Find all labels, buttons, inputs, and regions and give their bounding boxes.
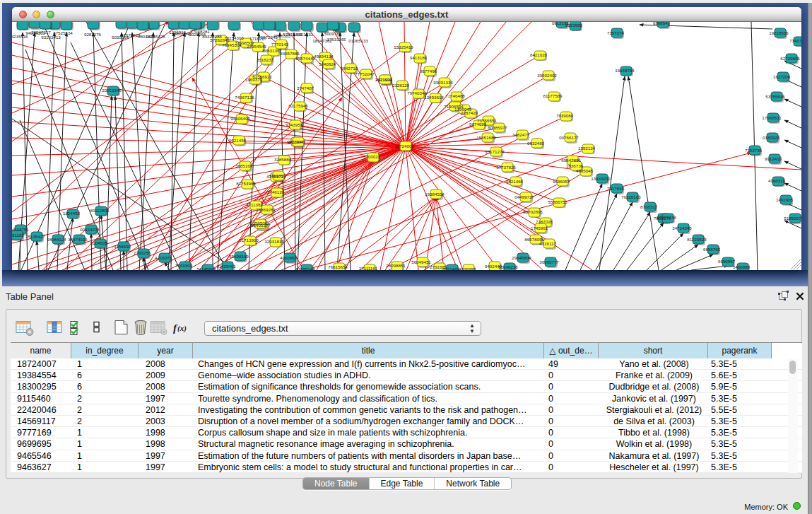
svg-text:16648784: 16648784 bbox=[615, 68, 635, 73]
svg-text:9821465: 9821465 bbox=[506, 179, 524, 184]
svg-text:4005045: 4005045 bbox=[576, 168, 594, 173]
svg-text:74367136: 74367136 bbox=[235, 95, 254, 100]
svg-text:04499727: 04499727 bbox=[514, 194, 534, 199]
svg-text:55886753: 55886753 bbox=[548, 199, 567, 204]
svg-text:15325419: 15325419 bbox=[394, 45, 413, 49]
svg-text:60385977: 60385977 bbox=[488, 125, 507, 130]
svg-text:1627204: 1627204 bbox=[773, 74, 791, 79]
svg-text:77752047: 77752047 bbox=[355, 71, 375, 76]
svg-text:82175946: 82175946 bbox=[288, 103, 308, 108]
svg-text:19218506: 19218506 bbox=[769, 30, 789, 35]
svg-text:18724007: 18724007 bbox=[394, 144, 414, 148]
svg-text:1969379: 1969379 bbox=[245, 77, 263, 82]
svg-text:19384554: 19384554 bbox=[425, 192, 445, 197]
svg-text:4966319: 4966319 bbox=[768, 178, 786, 183]
svg-text:9413186: 9413186 bbox=[410, 55, 428, 60]
svg-text:6658760: 6658760 bbox=[703, 247, 721, 252]
svg-text:2328120: 2328120 bbox=[392, 83, 410, 88]
svg-text:1836736: 1836736 bbox=[566, 163, 584, 168]
svg-text:2787429: 2787429 bbox=[461, 110, 478, 115]
svg-text:4216073: 4216073 bbox=[155, 255, 172, 260]
svg-text:85574443: 85574443 bbox=[295, 56, 315, 61]
svg-text:53755646: 53755646 bbox=[765, 94, 785, 99]
svg-text:3685160: 3685160 bbox=[235, 163, 253, 168]
svg-text:7357274: 7357274 bbox=[607, 30, 625, 35]
svg-text:8421020: 8421020 bbox=[530, 52, 548, 57]
svg-text:32931839: 32931839 bbox=[264, 239, 284, 244]
svg-text:55698169: 55698169 bbox=[229, 254, 249, 259]
svg-text:25135427: 25135427 bbox=[25, 234, 45, 239]
svg-text:34624751: 34624751 bbox=[12, 227, 29, 232]
svg-text:7991183: 7991183 bbox=[12, 233, 24, 238]
svg-text:5240824: 5240824 bbox=[319, 62, 336, 66]
svg-text:3529042: 3529042 bbox=[288, 139, 306, 144]
svg-text:9743953: 9743953 bbox=[286, 122, 303, 127]
svg-text:01429401: 01429401 bbox=[216, 264, 236, 269]
svg-text:4316117: 4316117 bbox=[539, 241, 556, 246]
svg-text:6026064: 6026064 bbox=[189, 32, 206, 37]
svg-text:80112805: 80112805 bbox=[90, 208, 110, 213]
svg-text:62702895: 62702895 bbox=[523, 209, 543, 214]
svg-text:81754965: 81754965 bbox=[236, 181, 256, 186]
svg-text:54145868: 54145868 bbox=[196, 267, 216, 270]
svg-text:81223623: 81223623 bbox=[687, 237, 707, 242]
svg-text:9521456: 9521456 bbox=[229, 138, 247, 143]
svg-text:1745961: 1745961 bbox=[531, 226, 548, 230]
svg-text:29946804: 29946804 bbox=[512, 255, 531, 260]
svg-text:1824493: 1824493 bbox=[63, 211, 81, 216]
svg-text:27111161: 27111161 bbox=[359, 266, 378, 270]
svg-text:4060883: 4060883 bbox=[280, 255, 298, 260]
svg-text:0932480: 0932480 bbox=[527, 141, 545, 146]
svg-text:46872343: 46872343 bbox=[258, 35, 278, 40]
svg-text:80831367: 80831367 bbox=[262, 48, 282, 53]
svg-text:7917693: 7917693 bbox=[607, 186, 625, 191]
svg-text:0330923: 0330923 bbox=[763, 135, 780, 140]
svg-text:7187026: 7187026 bbox=[536, 219, 553, 224]
svg-text:3482477: 3482477 bbox=[512, 132, 530, 137]
svg-text:5158506: 5158506 bbox=[250, 221, 268, 226]
svg-text:6998543: 6998543 bbox=[653, 22, 671, 25]
svg-text:49894134: 49894134 bbox=[314, 54, 334, 59]
svg-text:2260256: 2260256 bbox=[134, 250, 151, 255]
svg-text:9301031: 9301031 bbox=[296, 32, 314, 37]
svg-text:1592124: 1592124 bbox=[578, 146, 596, 151]
svg-text:37631165: 37631165 bbox=[326, 37, 346, 42]
svg-text:15451680: 15451680 bbox=[476, 135, 496, 140]
svg-text:0801326: 0801326 bbox=[138, 34, 155, 39]
svg-text:34874016: 34874016 bbox=[68, 237, 88, 242]
svg-text:0842710: 0842710 bbox=[341, 66, 358, 71]
svg-text:6204505: 6204505 bbox=[90, 240, 108, 245]
svg-text:93103413: 93103413 bbox=[41, 35, 61, 40]
svg-text:26247317: 26247317 bbox=[31, 30, 51, 35]
svg-text:62729806: 62729806 bbox=[780, 56, 800, 61]
svg-text:31713900: 31713900 bbox=[239, 238, 259, 243]
svg-text:00766177: 00766177 bbox=[559, 135, 579, 140]
svg-text:17080531: 17080531 bbox=[762, 115, 782, 120]
svg-text:13433200: 13433200 bbox=[591, 176, 611, 181]
svg-text:9283276: 9283276 bbox=[84, 32, 102, 37]
svg-text:1746120: 1746120 bbox=[267, 189, 285, 194]
svg-text:4936899: 4936899 bbox=[459, 267, 476, 270]
svg-text:7770143: 7770143 bbox=[271, 42, 289, 47]
svg-text:7193745: 7193745 bbox=[745, 148, 763, 153]
svg-text:(x): (x) bbox=[177, 324, 187, 333]
svg-text:94406409: 94406409 bbox=[230, 116, 250, 121]
svg-text:7346706: 7346706 bbox=[789, 38, 801, 43]
svg-text:13493618: 13493618 bbox=[424, 95, 444, 100]
svg-text:9636057: 9636057 bbox=[553, 179, 570, 184]
svg-text:2421024: 2421024 bbox=[375, 77, 393, 82]
svg-text:7543303: 7543303 bbox=[175, 263, 193, 268]
svg-text:36995777: 36995777 bbox=[539, 259, 559, 264]
svg-text:6193990: 6193990 bbox=[565, 23, 583, 28]
svg-text:4711382: 4711382 bbox=[246, 202, 263, 207]
svg-text:2731585: 2731585 bbox=[430, 264, 447, 269]
svg-text:5674680: 5674680 bbox=[469, 122, 487, 127]
svg-text:20053346: 20053346 bbox=[102, 88, 122, 93]
svg-text:81177589: 81177589 bbox=[543, 93, 563, 98]
svg-text:51850671: 51850671 bbox=[784, 216, 801, 221]
svg-text:3709859: 3709859 bbox=[269, 173, 286, 178]
svg-text:3518233: 3518233 bbox=[257, 57, 274, 62]
svg-text:76320163: 76320163 bbox=[621, 194, 641, 199]
svg-text:34714345: 34714345 bbox=[672, 226, 692, 230]
svg-text:71746488: 71746488 bbox=[445, 93, 465, 98]
